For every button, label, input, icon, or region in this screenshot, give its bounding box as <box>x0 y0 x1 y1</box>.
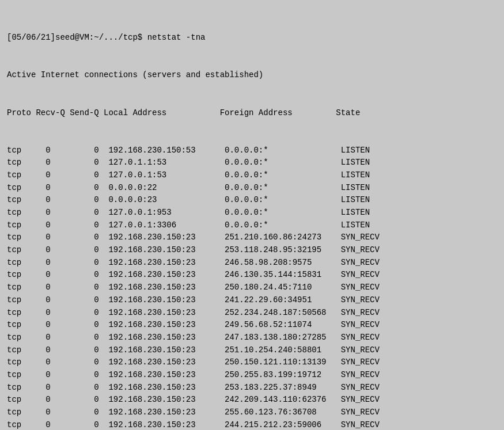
table-row: tcp 0 0 192.168.230.150:23 253.118.248.9… <box>7 244 497 257</box>
header2-line: Proto Recv-Q Send-Q Local Address Foreig… <box>7 107 497 120</box>
table-row: tcp 0 0 192.168.230.150:53 0.0.0.0:* LIS… <box>7 144 497 157</box>
table-row: tcp 0 0 127.0.1.1:53 0.0.0.0:* LISTEN <box>7 157 497 169</box>
table-row: tcp 0 0 192.168.230.150:23 251.210.160.8… <box>7 231 497 244</box>
table-row: tcp 0 0 0.0.0.0:22 0.0.0.0:* LISTEN <box>7 182 497 195</box>
table-row: tcp 0 0 192.168.230.150:23 247.183.138.1… <box>7 332 497 344</box>
table-row: tcp 0 0 192.168.230.150:23 246.130.35.14… <box>7 269 497 281</box>
table-row: tcp 0 0 192.168.230.150:23 241.22.29.60:… <box>7 294 497 307</box>
table-row: tcp 0 0 192.168.230.150:23 252.234.248.1… <box>7 307 497 319</box>
table-row: tcp 0 0 127.0.0.1:3306 0.0.0.0:* LISTEN <box>7 219 497 232</box>
table-row: tcp 0 0 192.168.230.150:23 242.209.143.1… <box>7 394 497 406</box>
table-row: tcp 0 0 192.168.230.150:23 249.56.68.52:… <box>7 319 497 332</box>
table-row: tcp 0 0 192.168.230.150:23 250.150.121.1… <box>7 356 497 369</box>
table-row: tcp 0 0 192.168.230.150:23 244.215.212.2… <box>7 419 497 430</box>
terminal-output: [05/06/21]seed@VM:~/.../tcp$ netstat -tn… <box>5 5 499 430</box>
table-row: tcp 0 0 0.0.0.0:23 0.0.0.0:* LISTEN <box>7 194 497 207</box>
netstat-rows: tcp 0 0 192.168.230.150:53 0.0.0.0:* LIS… <box>7 144 497 430</box>
table-row: tcp 0 0 192.168.230.150:23 255.60.123.76… <box>7 406 497 419</box>
table-row: tcp 0 0 192.168.230.150:23 253.183.225.3… <box>7 382 497 394</box>
prompt-line: [05/06/21]seed@VM:~/.../tcp$ netstat -tn… <box>7 32 497 44</box>
table-row: tcp 0 0 192.168.230.150:23 250.180.24.45… <box>7 281 497 294</box>
table-row: tcp 0 0 127.0.0.1:953 0.0.0.0:* LISTEN <box>7 207 497 219</box>
header1-line: Active Internet connections (servers and… <box>7 69 497 82</box>
table-row: tcp 0 0 127.0.0.1:53 0.0.0.0:* LISTEN <box>7 169 497 182</box>
table-row: tcp 0 0 192.168.230.150:23 250.255.83.19… <box>7 369 497 382</box>
table-row: tcp 0 0 192.168.230.150:23 246.58.98.208… <box>7 257 497 269</box>
table-row: tcp 0 0 192.168.230.150:23 251.10.254.24… <box>7 344 497 357</box>
